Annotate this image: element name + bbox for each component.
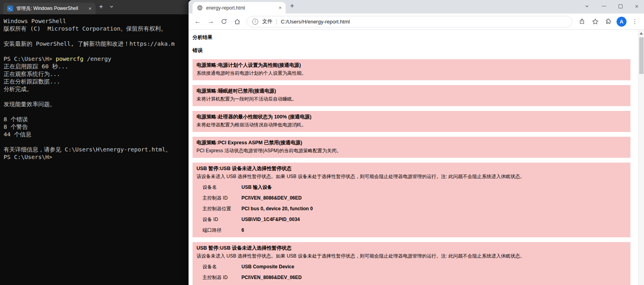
field-value: PCI\VEN_8086&DEV_06ED <box>241 275 626 280</box>
terminal-line: 有关详细信息，请参见 C:\Users\H\energy-report.html… <box>4 146 189 153</box>
reload-button[interactable] <box>218 16 230 27</box>
error-entry: 电源策略:电源计划个人设置为高性能(接通电源)系统接通电源时当前电源计划的个人设… <box>193 59 630 80</box>
browser-tab-close-icon[interactable]: × <box>278 5 282 11</box>
terminal-line <box>4 93 189 101</box>
terminal-line: Windows PowerShell <box>4 17 189 25</box>
terminal-output[interactable]: Windows PowerShell版权所有 (C) Microsoft Cor… <box>0 14 189 161</box>
terminal-line: 安装最新的 PowerShell, 了解新功能和改进！https://aka.m <box>4 40 189 48</box>
profile-avatar[interactable]: A <box>617 17 626 27</box>
error-title: 电源策略:PCI Express ASPM 已禁用(接通电源) <box>197 140 626 146</box>
error-title: USB 暂停:USB 设备未进入选择性暂停状态 <box>197 245 626 252</box>
terminal-tab-title: 管理员: Windows PowerShell <box>16 5 84 12</box>
browser-window: energy-report.html × + × ← → <box>189 0 644 285</box>
report-section-heading: 分析结果 <box>193 34 630 41</box>
browser-toolbar: ← → i 文件 C:/Users/H/energy-report.html <box>189 14 644 30</box>
browser-tab-title: energy-report.html <box>206 5 274 11</box>
address-scheme-label: 文件 <box>262 18 272 25</box>
terminal-line: 44 个信息 <box>4 131 189 138</box>
error-field-row: 设备 IDUSB\VID_1C4F&PID_0034 <box>197 216 626 223</box>
info-icon[interactable]: i <box>252 19 258 25</box>
error-description: 该设备未进入 USB 选择性暂停状态。如果 USB 设备未处于选择性暂停状态，则… <box>197 173 626 180</box>
field-value: PCI bus 0, device 20, function 0 <box>241 206 626 211</box>
forward-button[interactable]: → <box>205 16 217 27</box>
error-title: USB 暂停:USB 设备未进入选择性暂停状态 <box>197 165 626 172</box>
terminal-line <box>4 138 189 146</box>
error-entry: USB 暂停:USB 设备未进入选择性暂停状态该设备未进入 USB 选择性暂停状… <box>193 242 630 285</box>
field-label: 设备名 <box>202 264 241 270</box>
new-tab-button[interactable]: + <box>286 2 299 10</box>
scroll-up-icon[interactable] <box>640 32 643 35</box>
field-label: 主控制器 ID <box>202 274 241 281</box>
terminal-line: 正在观察系统行为... <box>4 70 189 78</box>
powershell-window: >_ 管理员: Windows PowerShell × + Windows P… <box>0 0 189 285</box>
share-icon[interactable] <box>576 16 588 27</box>
tab-search-dropdown-icon[interactable] <box>584 4 590 9</box>
terminal-line <box>4 48 189 55</box>
error-field-row: 主控制器 IDPCI\VEN_8086&DEV_06ED <box>197 274 626 281</box>
error-entry: 电源策略:睡眠超时已禁用(接通电源)未将计算机配置为一段时间不活动后自动睡眠。 <box>193 85 630 106</box>
terminal-line: PS C:\Users\H> <box>4 153 189 161</box>
error-entry: 电源策略:PCI Express ASPM 已禁用(接通电源)PCI Expre… <box>193 137 630 158</box>
field-value: 6 <box>241 227 626 233</box>
terminal-prompt: PS C:\Users\H> <box>4 56 56 62</box>
maximize-button[interactable] <box>619 4 623 8</box>
terminal-tab-close-icon[interactable]: × <box>88 6 92 12</box>
field-value: USB Composite Device <box>241 264 626 269</box>
error-description: 该设备未进入 USB 选择性暂停状态。如果 USB 设备未处于选择性暂停状态，则… <box>197 253 626 260</box>
terminal-tab[interactable]: >_ 管理员: Windows PowerShell × <box>3 3 95 14</box>
home-button[interactable] <box>231 16 243 27</box>
scrollbar-thumb[interactable] <box>639 37 644 74</box>
error-field-row: 主控制器 IDPCI\VEN_8086&DEV_06ED <box>197 195 626 202</box>
field-label: 主控制器 ID <box>202 195 241 202</box>
error-entry: USB 暂停:USB 设备未进入选择性暂停状态该设备未进入 USB 选择性暂停状… <box>193 163 630 237</box>
terminal-line: PS C:\Users\H> powercfg /energy <box>4 55 189 63</box>
error-title: 电源策略:睡眠超时已禁用(接通电源) <box>197 88 626 95</box>
terminal-line: 正在分析跟踪数据... <box>4 78 189 85</box>
vertical-scrollbar[interactable] <box>638 30 644 285</box>
field-label: 端口路径 <box>202 227 241 234</box>
error-description: 未将计算机配置为一段时间不活动后自动睡眠。 <box>197 96 626 103</box>
powershell-icon: >_ <box>7 6 13 12</box>
report-page: 分析结果 错误 电源策略:电源计划个人设置为高性能(接通电源)系统接通电源时当前… <box>189 30 644 285</box>
terminal-line: 8 个错误 <box>4 116 189 123</box>
terminal-line <box>4 33 189 40</box>
field-value: USB 输入设备 <box>241 184 626 191</box>
minimize-button[interactable] <box>602 6 606 6</box>
terminal-command: powercfg <box>56 56 84 62</box>
terminal-line: 分析完成。 <box>4 85 189 93</box>
close-button[interactable]: × <box>635 3 638 10</box>
extensions-icon[interactable] <box>602 16 614 27</box>
browser-tab[interactable]: energy-report.html × <box>193 2 286 14</box>
error-field-row: 端口路径6 <box>197 227 626 234</box>
browser-tab-strip: energy-report.html × + × <box>189 0 644 14</box>
address-bar[interactable]: i 文件 C:/Users/H/energy-report.html <box>247 16 572 27</box>
field-label: 设备名 <box>202 184 241 191</box>
terminal-line <box>4 108 189 116</box>
address-divider <box>276 19 277 25</box>
error-field-row: 主控制器位置PCI bus 0, device 20, function 0 <box>197 206 626 212</box>
field-value: USB\VID_1C4F&PID_0034 <box>241 217 626 222</box>
terminal-tab-bar: >_ 管理员: Windows PowerShell × + <box>0 0 189 14</box>
terminal-line: 版权所有 (C) Microsoft Corporation。保留所有权利。 <box>4 25 189 33</box>
error-field-row: 设备名USB 输入设备 <box>197 184 626 191</box>
browser-menu-icon[interactable]: ⋮ <box>629 16 641 27</box>
error-entry: 电源策略:处理器的最小性能状态为 100% (接通电源)未将处理器配置为根据活动… <box>193 111 630 132</box>
error-description: 未将处理器配置为根据活动情况自动降低电源消耗。 <box>197 122 626 128</box>
field-value: PCI\VEN_8086&DEV_06ED <box>241 195 626 201</box>
bookmark-star-icon[interactable] <box>589 16 601 27</box>
terminal-line: 8 个警告 <box>4 123 189 131</box>
desktop: >_ 管理员: Windows PowerShell × + Windows P… <box>0 0 644 285</box>
terminal-new-tab-button[interactable]: + <box>95 3 107 11</box>
terminal-tab-dropdown-icon[interactable] <box>107 4 117 9</box>
error-field-row: 设备名USB Composite Device <box>197 264 626 270</box>
terminal-line: 正在启用跟踪 60 秒... <box>4 63 189 70</box>
error-description: PCI Express 活动状态电源管理(ASPM)的当前电源策略配置为关闭。 <box>197 147 626 154</box>
window-controls: × <box>584 0 638 12</box>
error-title: 电源策略:电源计划个人设置为高性能(接通电源) <box>197 62 626 69</box>
back-button[interactable]: ← <box>192 16 204 27</box>
terminal-args: /energy <box>84 56 111 62</box>
field-label: 设备 ID <box>202 216 241 223</box>
report-group-heading: 错误 <box>193 47 630 54</box>
field-label: 主控制器位置 <box>202 206 241 212</box>
globe-icon <box>197 5 203 11</box>
